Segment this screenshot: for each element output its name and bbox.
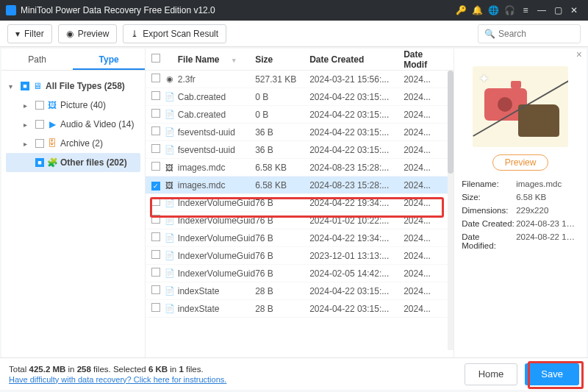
tab-path[interactable]: Path xyxy=(1,49,73,70)
table-row[interactable]: 📄Cab.created0 B2024-04-22 03:15:...2024.… xyxy=(146,88,453,106)
checkbox[interactable] xyxy=(151,232,160,241)
file-size: 0 B xyxy=(255,92,309,102)
table-row[interactable]: 📄fseventsd-uuid36 B2024-04-22 03:15:...2… xyxy=(146,141,453,159)
checkbox[interactable] xyxy=(151,285,160,294)
file-size: 28 B xyxy=(255,286,309,296)
help-link[interactable]: Have difficulty with data recovery? Clic… xyxy=(9,375,226,384)
bell-icon[interactable]: 🔔 xyxy=(469,5,485,15)
headset-icon[interactable]: 🎧 xyxy=(501,5,517,15)
file-created: 2024-04-22 19:34:... xyxy=(309,198,404,208)
table-row[interactable]: 📄indexState28 B2024-04-22 03:15:...2024.… xyxy=(146,300,453,318)
tree-root[interactable]: ▾ ■ 🖥 All File Types (258) xyxy=(6,76,140,96)
maximize-icon[interactable]: ▢ xyxy=(550,5,566,15)
key-icon[interactable]: 🔑 xyxy=(453,5,469,15)
tab-type[interactable]: Type xyxy=(73,49,144,70)
file-name: 2.3fr xyxy=(178,74,255,85)
table-row[interactable]: 📄indexState28 B2024-04-22 03:15:...2024.… xyxy=(146,282,453,300)
checkbox[interactable] xyxy=(151,250,160,259)
filter-button[interactable]: ▾Filter xyxy=(7,24,52,43)
table-row[interactable]: 🖼images.mdc6.58 KB2024-08-23 15:28:...20… xyxy=(146,159,453,177)
checkbox[interactable] xyxy=(151,162,160,171)
file-created: 2024-04-22 03:15:... xyxy=(309,92,404,102)
header-size[interactable]: Size xyxy=(255,54,309,65)
category-icon: 🗄 xyxy=(47,138,57,149)
checkbox[interactable]: ■ xyxy=(21,82,29,90)
table-row[interactable]: 📄IndexerVolumeGuid76 B2023-12-01 13:13:.… xyxy=(146,247,453,265)
caret-right-icon[interactable]: ▸ xyxy=(24,101,32,110)
list-header: File Name▾ Size Date Created Date Modif xyxy=(146,49,453,71)
file-icon: 📄 xyxy=(165,233,175,243)
close-preview-icon[interactable]: × xyxy=(576,49,582,60)
menu-icon[interactable]: ≡ xyxy=(517,5,534,15)
scrollbar[interactable] xyxy=(448,71,453,350)
preview-file-button[interactable]: Preview xyxy=(492,154,549,171)
checkbox[interactable] xyxy=(35,120,44,129)
caret-right-icon[interactable]: ▸ xyxy=(24,121,32,129)
footer: Total 425.2 MB in 258 files. Selected 6 … xyxy=(0,357,588,390)
checkbox[interactable] xyxy=(151,126,160,135)
table-row[interactable]: 📄IndexerVolumeGuid76 B2024-02-05 14:42:.… xyxy=(146,265,453,282)
checkbox-all[interactable] xyxy=(151,54,160,63)
meta-modified-val: 2024-08-22 11:36:27 xyxy=(516,232,579,250)
close-icon[interactable]: ✕ xyxy=(566,5,582,15)
checkbox[interactable]: ■ xyxy=(35,158,44,167)
file-icon: 📄 xyxy=(165,304,175,313)
file-name: IndexerVolumeGuid xyxy=(178,268,255,279)
checkbox[interactable] xyxy=(151,144,160,153)
tree-item[interactable]: ▸▶Audio & Video (14) xyxy=(6,115,140,134)
file-modified: 2024... xyxy=(404,198,448,208)
tree-item-label: Audio & Video (14) xyxy=(60,119,135,129)
meta-filename-key: Filename: xyxy=(462,179,516,188)
checkbox[interactable] xyxy=(151,91,160,100)
meta-created-key: Date Created: xyxy=(462,219,516,228)
checkbox[interactable] xyxy=(151,74,160,82)
file-modified: 2024... xyxy=(404,180,448,190)
checkbox[interactable] xyxy=(151,197,160,206)
table-row[interactable]: 📄IndexerVolumeGuid76 B2024-01-02 10:22:.… xyxy=(146,212,453,229)
globe-icon[interactable]: 🌐 xyxy=(485,5,501,15)
checkbox[interactable] xyxy=(35,101,44,110)
file-name: IndexerVolumeGuid xyxy=(178,251,255,261)
tree-item[interactable]: ▸🖼Picture (40) xyxy=(6,96,140,115)
table-row[interactable]: ✓🖼images.mdc6.58 KB2024-08-23 15:28:...2… xyxy=(146,177,453,194)
header-name[interactable]: File Name▾ xyxy=(178,54,255,65)
checkbox[interactable]: ✓ xyxy=(151,182,160,190)
export-button[interactable]: ⤓Export Scan Result xyxy=(123,24,226,43)
caret-down-icon[interactable]: ▾ xyxy=(9,82,18,90)
table-row[interactable]: 📄IndexerVolumeGuid76 B2024-04-22 19:34:.… xyxy=(146,229,453,247)
header-created[interactable]: Date Created xyxy=(309,54,404,65)
file-modified: 2024... xyxy=(404,251,448,261)
file-created: 2024-04-22 03:15:... xyxy=(309,110,404,120)
preview-button[interactable]: ◉Preview xyxy=(58,24,118,43)
table-row[interactable]: 📄IndexerVolumeGuid76 B2024-04-22 19:34:.… xyxy=(146,194,453,212)
checkbox[interactable] xyxy=(151,303,160,312)
file-icon: 📄 xyxy=(165,127,175,137)
file-name: IndexerVolumeGuid xyxy=(178,215,255,226)
header-modified[interactable]: Date Modif xyxy=(404,49,448,70)
table-row[interactable]: 📄Cab.created0 B2024-04-22 03:15:...2024.… xyxy=(146,106,453,124)
home-button[interactable]: Home xyxy=(465,363,518,385)
table-row[interactable]: 📄fseventsd-uuid36 B2024-04-22 03:15:...2… xyxy=(146,124,453,141)
filter-icon: ▾ xyxy=(15,29,20,39)
export-icon: ⤓ xyxy=(131,29,138,39)
checkbox[interactable] xyxy=(151,215,160,224)
preview-label: Preview xyxy=(78,29,110,39)
tree-item[interactable]: ▸🗄Archive (2) xyxy=(6,134,140,153)
tree-item[interactable]: ■🧩Other files (202) xyxy=(6,153,140,172)
file-size: 76 B xyxy=(255,251,309,261)
file-name: images.mdc xyxy=(178,163,255,173)
titlebar: MiniTool Power Data Recovery Free Editio… xyxy=(0,0,588,21)
search-input[interactable] xyxy=(498,29,572,39)
app-title: MiniTool Power Data Recovery Free Editio… xyxy=(21,5,215,15)
checkbox[interactable] xyxy=(151,268,160,277)
checkbox[interactable] xyxy=(151,109,160,118)
file-name: IndexerVolumeGuid xyxy=(178,198,255,208)
table-row[interactable]: ◉2.3fr527.31 KB2024-03-21 15:56:...2024.… xyxy=(146,71,453,88)
export-label: Export Scan Result xyxy=(143,29,218,39)
caret-right-icon[interactable]: ▸ xyxy=(24,140,32,148)
checkbox[interactable] xyxy=(35,139,44,148)
minimize-icon[interactable]: — xyxy=(534,5,550,15)
file-size: 0 B xyxy=(255,110,309,120)
save-button[interactable]: Save xyxy=(525,363,579,385)
search-box[interactable]: 🔍 xyxy=(478,24,581,43)
